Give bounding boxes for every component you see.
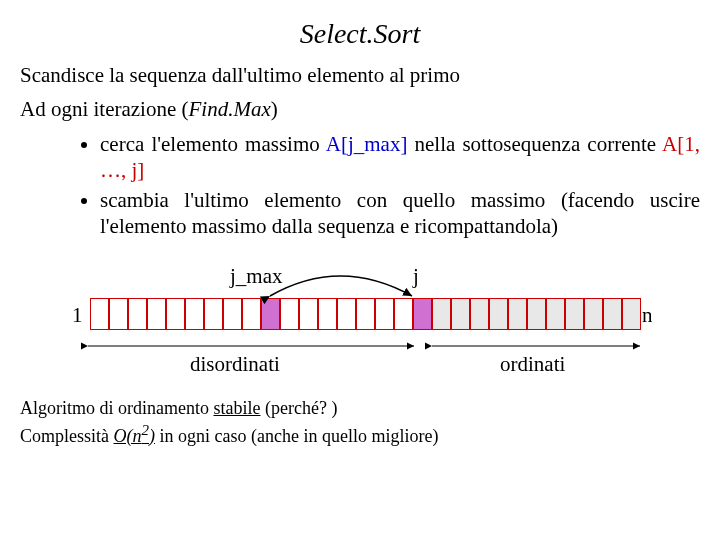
label-disordinati: disordinati: [190, 352, 280, 377]
cell-sorted: [603, 298, 622, 330]
array-diagram: j_max j 1 n: [0, 258, 720, 388]
bullet-list: cerca l'elemento massimo A[j_max] nella …: [60, 131, 700, 240]
label-jmax: j_max: [230, 264, 283, 289]
footer-line-1: Algoritmo di ordinamento stabile (perché…: [20, 396, 700, 420]
cell: [375, 298, 394, 330]
cell: [318, 298, 337, 330]
footer-text: Algoritmo di ordinamento stabile (perché…: [20, 396, 700, 449]
intro-line-1: Scandisce la sequenza dall'ultimo elemen…: [20, 62, 700, 88]
label-n: n: [642, 303, 653, 328]
cell-jmax: [261, 298, 280, 330]
label-ordinati: ordinati: [500, 352, 565, 377]
intro-line-2: Ad ogni iterazione (Find.Max): [20, 96, 700, 122]
a-jmax: A[j_max]: [326, 132, 408, 156]
label-j: j: [413, 264, 419, 289]
text: Algoritmo di ordinamento: [20, 398, 213, 418]
cell-sorted: [470, 298, 489, 330]
cell: [299, 298, 318, 330]
cell: [90, 298, 109, 330]
text: in ogni caso (anche in quello migliore): [155, 426, 438, 446]
cell-sorted: [432, 298, 451, 330]
cell: [280, 298, 299, 330]
cell-sorted: [527, 298, 546, 330]
text: (perché? ): [260, 398, 337, 418]
cell: [356, 298, 375, 330]
cell: [204, 298, 223, 330]
cell: [147, 298, 166, 330]
text: ): [271, 97, 278, 121]
bullet-1: cerca l'elemento massimo A[j_max] nella …: [100, 131, 700, 184]
cell-sorted: [565, 298, 584, 330]
cell: [185, 298, 204, 330]
page-title: Select.Sort: [0, 18, 720, 50]
findmax-ref: Find.Max: [189, 97, 271, 121]
cell-sorted: [451, 298, 470, 330]
cell: [223, 298, 242, 330]
footer-line-2: Complessità O(n2) in ogni caso (anche in…: [20, 420, 700, 448]
cell: [166, 298, 185, 330]
complexity: O(n2): [114, 426, 156, 446]
cell-sorted: [584, 298, 603, 330]
text: Complessità: [20, 426, 114, 446]
stabile: stabile: [213, 398, 260, 418]
text: cerca l'elemento massimo: [100, 132, 326, 156]
bullet-2: scambia l'ultimo elemento con quello mas…: [100, 187, 700, 240]
cell-j: [413, 298, 432, 330]
cell: [128, 298, 147, 330]
cell-sorted: [508, 298, 527, 330]
cell: [109, 298, 128, 330]
cell-sorted: [489, 298, 508, 330]
text: Ad ogni iterazione (: [20, 97, 189, 121]
text: nella sottosequenza corrente: [407, 132, 662, 156]
array-cells: [90, 298, 641, 330]
cell: [394, 298, 413, 330]
cell-sorted: [622, 298, 641, 330]
cell: [337, 298, 356, 330]
label-1: 1: [72, 303, 83, 328]
cell: [242, 298, 261, 330]
cell-sorted: [546, 298, 565, 330]
